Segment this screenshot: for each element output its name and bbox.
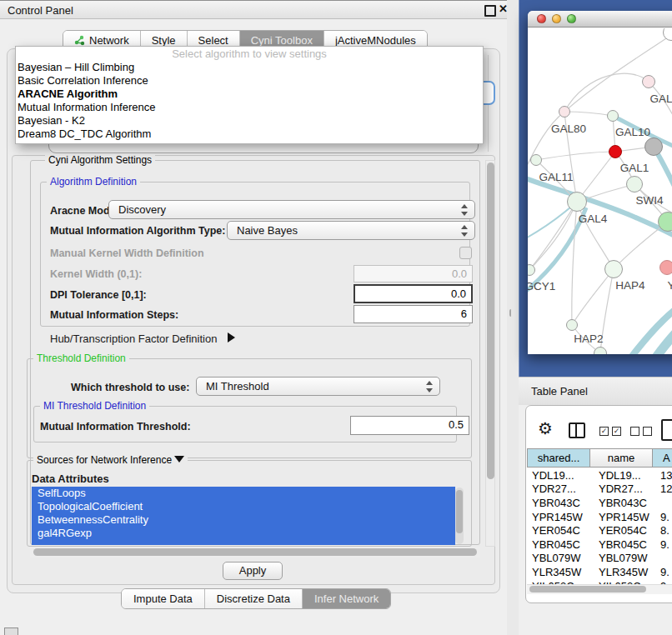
deselect-all-columns-icon[interactable] <box>630 427 652 436</box>
settings-vertical-scrollbar-thumb[interactable] <box>487 162 494 479</box>
panel-divider-handle[interactable] <box>509 309 515 317</box>
mi-algorithm-type-label: Mutual Information Algorithm Type: <box>50 225 225 237</box>
show-columns-icon[interactable] <box>569 422 585 438</box>
cell: YDL19... <box>527 469 590 482</box>
node-label: HAP4 <box>615 279 644 292</box>
tab-discretize-data-label: Discretize Data <box>217 592 290 605</box>
node-label: GAL1 <box>620 162 649 174</box>
mi-algorithm-type-value: Naive Bayes <box>237 224 298 237</box>
algorithm-option[interactable]: Basic Correlation Inference <box>16 74 483 88</box>
cell: 9. <box>653 566 672 578</box>
mi-threshold-field[interactable]: 0.5 <box>350 416 469 435</box>
data-attributes-list[interactable]: SelfLoops TopologicalCoefficient Between… <box>32 487 455 545</box>
node-label: HAP2 <box>574 332 603 345</box>
mi-algorithm-type-combobox[interactable]: Naive Bayes <box>227 221 475 240</box>
network-canvas[interactable]: GALGAL80GAL10GAL11GAL1SWI4GAL4GCY1HAP4YH… <box>528 28 672 354</box>
dock-panel-icon[interactable] <box>4 628 18 635</box>
close-traffic-light-icon[interactable] <box>537 14 546 23</box>
table-row[interactable]: YER054C YER054C 8. <box>527 523 672 538</box>
cell: YDL19... <box>590 469 653 482</box>
table-row[interactable]: YBL079W YBL079W <box>527 552 672 566</box>
network-node[interactable] <box>626 176 643 192</box>
table-row[interactable]: YBR045C YBR045C 9. <box>527 538 672 552</box>
aracne-mode-combobox[interactable]: Discovery <box>108 200 475 219</box>
algorithm-option[interactable]: Bayesian – Hill Climbing <box>16 61 483 74</box>
cell: YBR043C <box>590 497 653 509</box>
tab-style-label: Style <box>152 34 176 47</box>
table-row[interactable]: YDR27... YDR27... 12 <box>527 482 672 497</box>
algorithm-option[interactable]: Bayesian - K2 <box>16 114 483 128</box>
cell: 12 <box>653 482 672 495</box>
mi-steps-field[interactable]: 6 <box>354 305 473 323</box>
column-header-shared-name[interactable]: shared... <box>527 448 590 468</box>
network-node[interactable] <box>642 75 655 88</box>
which-threshold-label: Which threshold to use: <box>71 382 189 393</box>
network-node[interactable] <box>567 192 587 212</box>
node-label: GAL <box>649 92 672 105</box>
column-header-cut[interactable]: A <box>653 448 672 468</box>
network-node[interactable] <box>644 138 663 156</box>
network-window-titlebar[interactable] <box>528 11 672 28</box>
select-all-columns-icon[interactable]: ✓ ✓ <box>599 427 621 436</box>
network-node[interactable] <box>594 347 607 354</box>
sources-collapse-icon[interactable] <box>174 456 184 462</box>
export-table-icon[interactable] <box>661 419 672 441</box>
network-node[interactable] <box>609 145 622 158</box>
algorithm-option[interactable]: Mutual Information Inference <box>16 101 483 114</box>
attribute-list-scrollbar-thumb[interactable] <box>456 490 463 533</box>
tab-infer-network[interactable]: Infer Network <box>303 589 390 608</box>
attribute-item[interactable]: BetweennessCentrality <box>32 513 455 527</box>
minimize-traffic-light-icon[interactable] <box>552 14 561 23</box>
node-label: GAL4 <box>579 212 608 225</box>
algorithm-option-selected[interactable]: ARACNE Algorithm <box>16 88 483 101</box>
network-node[interactable] <box>658 212 672 232</box>
hub-expand-icon[interactable] <box>228 332 235 342</box>
network-node[interactable] <box>566 319 578 331</box>
node-label: GCY1 <box>528 280 555 292</box>
attribute-item[interactable]: TopologicalCoefficient <box>32 500 455 513</box>
which-threshold-combobox[interactable]: MI Threshold <box>196 377 440 396</box>
table-row[interactable]: YPR145W YPR145W 9. <box>527 510 672 524</box>
network-node[interactable] <box>559 106 570 118</box>
zoom-traffic-light-icon[interactable] <box>567 14 576 23</box>
network-window[interactable]: GALGAL80GAL10GAL11GAL1SWI4GAL4GCY1HAP4YH… <box>528 11 672 354</box>
cell: YBL079W <box>527 552 590 564</box>
tab-select-label: Select <box>198 34 228 47</box>
network-node[interactable] <box>659 260 672 275</box>
tab-impute-data-label: Impute Data <box>133 592 193 605</box>
algorithm-option[interactable]: Dream8 DC_TDC Algorithm <box>16 128 483 141</box>
attribute-item[interactable]: SelfLoops <box>32 487 455 500</box>
apply-button[interactable]: Apply <box>223 562 283 580</box>
settings-horizontal-scrollbar-thumb[interactable] <box>33 548 477 556</box>
attribute-item[interactable]: gal4RGexp <box>32 527 455 540</box>
dpi-tolerance-field[interactable]: 0.0 <box>354 284 473 303</box>
network-node[interactable] <box>607 110 619 122</box>
tab-impute-data[interactable]: Impute Data <box>122 589 205 608</box>
node-label: GAL11 <box>539 171 573 183</box>
network-node[interactable] <box>530 154 542 166</box>
table-row[interactable]: YBR043C YBR043C <box>527 496 672 510</box>
tab-discretize-data[interactable]: Discretize Data <box>205 589 303 608</box>
manual-kernel-width-checkbox[interactable] <box>459 247 472 259</box>
sources-title: Sources for Network Inference <box>33 454 188 466</box>
network-node[interactable] <box>604 260 623 278</box>
table-settings-gear-icon[interactable]: ⚙ <box>538 419 553 438</box>
table-row[interactable]: YDL19... YDL19... 13 <box>527 468 672 482</box>
panel-divider[interactable] <box>507 0 519 635</box>
cell: YLR345W <box>527 566 590 578</box>
cell: 9. <box>653 538 672 551</box>
node-label: GAL80 <box>551 122 586 135</box>
table-horizontal-scrollbar-thumb[interactable] <box>529 586 646 592</box>
float-window-icon[interactable] <box>484 5 496 17</box>
cell: YLR345W <box>590 566 653 578</box>
cell: YBR045C <box>527 538 590 551</box>
spinner-arrows-icon <box>425 381 433 392</box>
column-header-name[interactable]: name <box>590 448 653 468</box>
table-panel-titlebar: Table Panel <box>519 377 672 405</box>
algorithm-dropdown-popup: Select algorithm to view settings Bayesi… <box>15 46 484 144</box>
table-row[interactable]: YLR345W YLR345W 9. <box>527 565 672 579</box>
dpi-tolerance-label: DPI Tolerance [0,1]: <box>50 289 147 301</box>
cell: 13 <box>653 469 672 482</box>
table-body[interactable]: YDL19... YDL19... 13 YDR27... YDR27... 1… <box>527 468 672 584</box>
cell: YER054C <box>527 524 590 537</box>
